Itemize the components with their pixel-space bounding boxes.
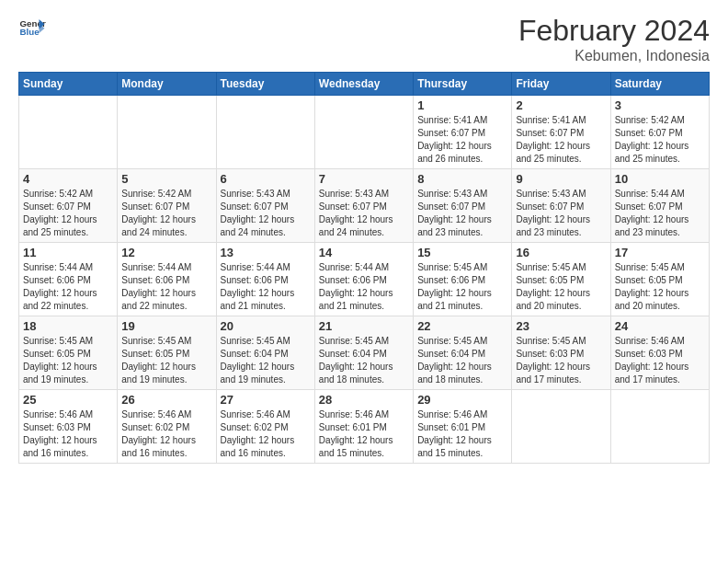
day-number: 19 (121, 319, 211, 333)
table-row (216, 96, 314, 169)
day-number: 8 (417, 172, 507, 186)
day-number: 10 (615, 172, 705, 186)
table-row (314, 96, 413, 169)
day-info: Sunrise: 5:43 AMSunset: 6:07 PMDaylight:… (319, 188, 409, 239)
table-row: 26Sunrise: 5:46 AMSunset: 6:02 PMDayligh… (118, 390, 216, 464)
day-info: Sunrise: 5:44 AMSunset: 6:06 PMDaylight:… (319, 261, 409, 313)
table-row: 17Sunrise: 5:45 AMSunset: 6:05 PMDayligh… (610, 243, 709, 316)
table-row (610, 390, 709, 464)
day-number: 2 (516, 98, 606, 112)
day-info: Sunrise: 5:42 AMSunset: 6:07 PMDaylight:… (23, 188, 113, 239)
day-number: 20 (221, 319, 311, 333)
table-row: 22Sunrise: 5:45 AMSunset: 6:04 PMDayligh… (414, 316, 512, 390)
day-info: Sunrise: 5:45 AMSunset: 6:05 PMDaylight:… (121, 335, 211, 386)
day-info: Sunrise: 5:43 AMSunset: 6:07 PMDaylight:… (221, 188, 311, 239)
day-number: 13 (221, 246, 311, 259)
day-info: Sunrise: 5:45 AMSunset: 6:03 PMDaylight:… (516, 335, 606, 386)
calendar-header: Sunday Monday Tuesday Wednesday Thursday… (19, 73, 710, 96)
day-info: Sunrise: 5:46 AMSunset: 6:03 PMDaylight:… (23, 408, 113, 460)
table-row: 9Sunrise: 5:43 AMSunset: 6:07 PMDaylight… (512, 169, 610, 243)
table-row: 28Sunrise: 5:46 AMSunset: 6:01 PMDayligh… (314, 390, 413, 464)
header-tuesday: Tuesday (216, 73, 314, 96)
day-info: Sunrise: 5:46 AMSunset: 6:03 PMDaylight:… (615, 335, 705, 386)
table-row: 21Sunrise: 5:45 AMSunset: 6:04 PMDayligh… (314, 316, 413, 390)
table-row: 29Sunrise: 5:46 AMSunset: 6:01 PMDayligh… (414, 390, 512, 464)
day-number: 23 (516, 319, 606, 333)
day-number: 24 (615, 319, 705, 333)
day-info: Sunrise: 5:45 AMSunset: 6:05 PMDaylight:… (615, 261, 705, 313)
day-number: 11 (23, 246, 113, 259)
day-number: 17 (615, 246, 705, 259)
day-info: Sunrise: 5:42 AMSunset: 6:07 PMDaylight:… (121, 188, 211, 239)
table-row: 18Sunrise: 5:45 AMSunset: 6:05 PMDayligh… (19, 316, 118, 390)
table-row: 20Sunrise: 5:45 AMSunset: 6:04 PMDayligh… (216, 316, 314, 390)
day-number: 26 (121, 393, 211, 407)
table-row (118, 96, 216, 169)
location: Kebumen, Indonesia (518, 48, 710, 64)
table-row: 16Sunrise: 5:45 AMSunset: 6:05 PMDayligh… (512, 243, 610, 316)
day-number: 12 (121, 246, 211, 259)
header-friday: Friday (512, 73, 610, 96)
logo-icon: General Blue (18, 14, 46, 41)
day-number: 25 (23, 393, 113, 407)
svg-text:Blue: Blue (20, 27, 40, 37)
table-row: 2Sunrise: 5:41 AMSunset: 6:07 PMDaylight… (512, 96, 610, 169)
day-info: Sunrise: 5:46 AMSunset: 6:02 PMDaylight:… (221, 408, 311, 460)
month-title: February 2024 (518, 14, 710, 48)
day-info: Sunrise: 5:46 AMSunset: 6:01 PMDaylight:… (319, 408, 409, 460)
table-row: 24Sunrise: 5:46 AMSunset: 6:03 PMDayligh… (610, 316, 709, 390)
day-number: 28 (319, 393, 409, 407)
table-row: 4Sunrise: 5:42 AMSunset: 6:07 PMDaylight… (19, 169, 118, 243)
table-row: 25Sunrise: 5:46 AMSunset: 6:03 PMDayligh… (19, 390, 118, 464)
day-number: 27 (221, 393, 311, 407)
logo: General Blue (18, 14, 46, 41)
header-thursday: Thursday (414, 73, 512, 96)
table-row (512, 390, 610, 464)
day-number: 1 (417, 98, 507, 112)
table-row (19, 96, 118, 169)
day-number: 6 (221, 172, 311, 186)
day-info: Sunrise: 5:46 AMSunset: 6:02 PMDaylight:… (121, 408, 211, 460)
day-number: 7 (319, 172, 409, 186)
day-info: Sunrise: 5:44 AMSunset: 6:06 PMDaylight:… (221, 261, 311, 313)
day-number: 14 (319, 246, 409, 259)
day-info: Sunrise: 5:41 AMSunset: 6:07 PMDaylight:… (417, 114, 507, 166)
day-info: Sunrise: 5:45 AMSunset: 6:05 PMDaylight:… (23, 335, 113, 386)
table-row: 15Sunrise: 5:45 AMSunset: 6:06 PMDayligh… (414, 243, 512, 316)
header-wednesday: Wednesday (314, 73, 413, 96)
calendar-body: 1Sunrise: 5:41 AMSunset: 6:07 PMDaylight… (19, 96, 710, 464)
day-number: 21 (319, 319, 409, 333)
day-number: 15 (417, 246, 507, 259)
day-info: Sunrise: 5:45 AMSunset: 6:05 PMDaylight:… (516, 261, 606, 313)
calendar: Sunday Monday Tuesday Wednesday Thursday… (18, 72, 710, 464)
day-info: Sunrise: 5:46 AMSunset: 6:01 PMDaylight:… (417, 408, 507, 460)
day-info: Sunrise: 5:45 AMSunset: 6:04 PMDaylight:… (417, 335, 507, 386)
table-row: 19Sunrise: 5:45 AMSunset: 6:05 PMDayligh… (118, 316, 216, 390)
table-row: 27Sunrise: 5:46 AMSunset: 6:02 PMDayligh… (216, 390, 314, 464)
header: General Blue February 2024 Kebumen, Indo… (18, 14, 710, 64)
day-info: Sunrise: 5:44 AMSunset: 6:07 PMDaylight:… (615, 188, 705, 239)
table-row: 7Sunrise: 5:43 AMSunset: 6:07 PMDaylight… (314, 169, 413, 243)
table-row: 10Sunrise: 5:44 AMSunset: 6:07 PMDayligh… (610, 169, 709, 243)
table-row: 23Sunrise: 5:45 AMSunset: 6:03 PMDayligh… (512, 316, 610, 390)
table-row: 3Sunrise: 5:42 AMSunset: 6:07 PMDaylight… (610, 96, 709, 169)
day-info: Sunrise: 5:41 AMSunset: 6:07 PMDaylight:… (516, 114, 606, 166)
day-number: 9 (516, 172, 606, 186)
day-info: Sunrise: 5:45 AMSunset: 6:06 PMDaylight:… (417, 261, 507, 313)
table-row: 1Sunrise: 5:41 AMSunset: 6:07 PMDaylight… (414, 96, 512, 169)
table-row: 5Sunrise: 5:42 AMSunset: 6:07 PMDaylight… (118, 169, 216, 243)
day-number: 22 (417, 319, 507, 333)
table-row: 12Sunrise: 5:44 AMSunset: 6:06 PMDayligh… (118, 243, 216, 316)
day-number: 5 (121, 172, 211, 186)
day-info: Sunrise: 5:44 AMSunset: 6:06 PMDaylight:… (23, 261, 113, 313)
day-number: 16 (516, 246, 606, 259)
day-info: Sunrise: 5:43 AMSunset: 6:07 PMDaylight:… (417, 188, 507, 239)
header-saturday: Saturday (610, 73, 709, 96)
table-row: 11Sunrise: 5:44 AMSunset: 6:06 PMDayligh… (19, 243, 118, 316)
day-info: Sunrise: 5:42 AMSunset: 6:07 PMDaylight:… (615, 114, 705, 166)
table-row: 14Sunrise: 5:44 AMSunset: 6:06 PMDayligh… (314, 243, 413, 316)
day-number: 4 (23, 172, 113, 186)
table-row: 6Sunrise: 5:43 AMSunset: 6:07 PMDaylight… (216, 169, 314, 243)
table-row: 13Sunrise: 5:44 AMSunset: 6:06 PMDayligh… (216, 243, 314, 316)
day-info: Sunrise: 5:45 AMSunset: 6:04 PMDaylight:… (319, 335, 409, 386)
